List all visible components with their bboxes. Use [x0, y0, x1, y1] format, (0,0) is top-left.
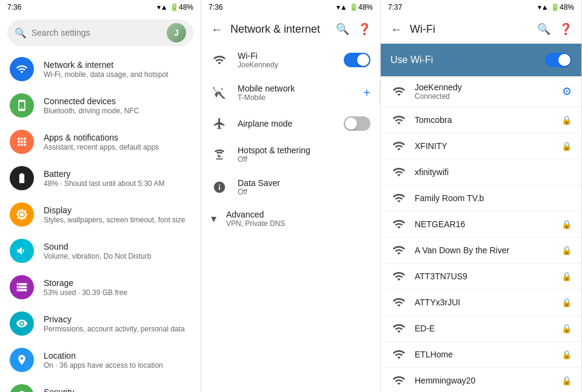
wifi-signal-icon-familyroom — [390, 191, 407, 205]
settings-item-connected-devices[interactable]: Connected devices Bluetooth, driving mod… — [0, 87, 201, 124]
settings-item-text-connected-devices: Connected devices Bluetooth, driving mod… — [44, 96, 139, 115]
network-item-subtitle-mobile: T-Mobile — [238, 93, 353, 102]
wifi-item-ede[interactable]: ED-E 🔒 — [381, 316, 581, 342]
search-bar[interactable]: 🔍 J — [7, 19, 193, 46]
network-item-mobile[interactable]: Mobile network T-Mobile + — [201, 76, 380, 109]
settings-icon-privacy — [10, 311, 34, 336]
wifi-signal-icon-etlhome — [390, 348, 407, 361]
back-button-3[interactable]: ← — [388, 22, 405, 36]
avatar[interactable]: J — [167, 23, 186, 42]
settings-item-text-security: Security Play Protect, screen lock, face… — [44, 387, 164, 393]
lock-icon-ede: 🔒 — [561, 324, 572, 333]
wifi-item-xfinity[interactable]: XFINITY 🔒 — [381, 133, 581, 159]
settings-item-apps[interactable]: Apps & notifications Assistant, recent a… — [0, 124, 201, 160]
wifi-item-text-hemmingway20: Hemmingway20 — [415, 376, 554, 385]
network-item-datasaver[interactable]: Data Saver Off — [201, 171, 380, 204]
settings-item-text-battery: Battery 48% · Should last until about 5:… — [44, 169, 164, 188]
settings-item-battery[interactable]: Battery 48% · Should last until about 5:… — [0, 160, 201, 196]
settings-item-text-apps: Apps & notifications Assistant, recent a… — [44, 133, 159, 151]
wifi-item-netgear16[interactable]: NETGEAR16 🔒 — [381, 211, 581, 238]
wifi-item-att3tn7us9[interactable]: ATT3TN7US9 🔒 — [381, 264, 581, 290]
header-icons-2: 🔍 ❓ — [334, 21, 373, 38]
wifi-item-text-etlhome: ETLHome — [415, 350, 554, 359]
network-title: Network & internet — [230, 23, 329, 36]
use-wifi-toggle[interactable] — [545, 53, 572, 67]
network-item-subtitle-advanced: VPN, Private DNS — [226, 219, 370, 228]
toggle-knob-airplane — [345, 118, 357, 130]
network-item-title-wifi: Wi-Fi — [238, 51, 334, 61]
network-item-wifi[interactable]: Wi-Fi JoeKennedy — [201, 44, 380, 76]
status-right-3: ▾▲ 🔋48% — [538, 3, 574, 12]
search-icon-header-3[interactable]: 🔍 — [535, 21, 552, 38]
settings-item-subtitle-battery: 48% · Should last until about 5:30 AM — [44, 179, 164, 188]
wifi-item-joekennedy[interactable]: JoeKennedy Connected ⚙ — [381, 76, 581, 107]
network-item-advanced[interactable]: ▾ Advanced VPN, Private DNS — [201, 204, 380, 234]
settings-item-title-storage: Storage — [44, 278, 127, 288]
wifi-signal-icon-att3tn7us9 — [390, 270, 407, 283]
settings-icon-display — [10, 202, 34, 227]
settings-item-network[interactable]: Network & internet Wi-Fi, mobile, data u… — [0, 51, 201, 87]
settings-item-security[interactable]: Security Play Protect, screen lock, face… — [0, 378, 201, 392]
wifi-item-attyx3rjui[interactable]: ATTYx3rJUI 🔒 — [381, 290, 581, 316]
network-item-text-mobile: Mobile network T-Mobile — [238, 84, 353, 102]
wifi-name-netgear16: NETGEAR16 — [415, 219, 554, 229]
network-item-airplane[interactable]: Airplane mode — [201, 109, 380, 138]
use-wifi-label: Use Wi-Fi — [390, 55, 545, 65]
search-input[interactable] — [32, 28, 162, 38]
toggle-airplane[interactable] — [344, 116, 370, 131]
search-icon-header-2[interactable]: 🔍 — [334, 21, 351, 38]
settings-item-text-network: Network & internet Wi-Fi, mobile, data u… — [44, 60, 168, 79]
wifi-item-text-att3tn7us9: ATT3TN7US9 — [415, 271, 554, 281]
settings-item-sound[interactable]: Sound Volume, vibration, Do Not Disturb — [0, 233, 201, 269]
network-item-subtitle-wifi: JoeKennedy — [238, 61, 334, 69]
network-item-text-advanced: Advanced VPN, Private DNS — [226, 210, 370, 228]
settings-item-title-privacy: Privacy — [44, 314, 185, 324]
use-wifi-bar[interactable]: Use Wi-Fi — [381, 44, 581, 76]
wifi-item-vandown[interactable]: A Van Down By the River 🔒 — [381, 238, 581, 264]
settings-icon-location — [10, 348, 34, 372]
gear-icon-joekennedy[interactable]: ⚙ — [562, 85, 572, 98]
wifi-name-xfinity: XFINITY — [415, 141, 554, 151]
wifi-item-text-familyroom: Family Room TV.b — [415, 193, 572, 203]
network-item-hotspot[interactable]: Hotspot & tethering Off — [201, 138, 380, 171]
toggle-wifi[interactable] — [344, 53, 370, 67]
wifi-panel: 7:37 ▾▲ 🔋48% ← Wi-Fi 🔍 ❓ Use Wi-Fi JoeKe… — [381, 0, 582, 392]
settings-icon-apps — [10, 130, 34, 154]
wifi-name-hemmingway20: Hemmingway20 — [415, 376, 554, 385]
plus-icon-mobile[interactable]: + — [363, 86, 370, 100]
settings-icon-sound — [10, 239, 34, 263]
wifi-name-familyroom: Family Room TV.b — [415, 193, 572, 203]
network-icon-mobile — [211, 86, 228, 99]
wifi-signal-icon-xfinitywifi — [390, 165, 407, 179]
settings-icon-network — [10, 57, 34, 81]
settings-item-display[interactable]: Display Styles, wallpapers, screen timeo… — [0, 196, 201, 233]
wifi-item-text-ede: ED-E — [415, 324, 554, 333]
wifi-item-text-tomcobra: Tomcobra — [415, 115, 554, 125]
wifi-name-vandown: A Van Down By the River — [415, 245, 554, 255]
settings-item-subtitle-privacy: Permissions, account activity, personal … — [44, 325, 185, 333]
wifi-item-familyroom[interactable]: Family Room TV.b — [381, 185, 581, 211]
wifi-item-hemmingway20[interactable]: Hemmingway20 🔒 — [381, 368, 581, 392]
settings-item-text-display: Display Styles, wallpapers, screen timeo… — [44, 205, 185, 224]
settings-list: Network & internet Wi-Fi, mobile, data u… — [0, 51, 201, 392]
settings-item-title-battery: Battery — [44, 169, 164, 179]
back-button-2[interactable]: ← — [209, 22, 226, 36]
wifi-title: Wi-Fi — [410, 23, 530, 36]
wifi-item-text-netgear16: NETGEAR16 — [415, 219, 554, 229]
network-icon-datasaver — [211, 181, 228, 194]
network-panel: 7:36 ▾▲ 🔋48% ← Network & internet 🔍 ❓ Wi… — [201, 0, 381, 392]
settings-icon-security — [10, 384, 34, 392]
status-icons-2: ▾▲ 🔋48% — [336, 3, 373, 12]
lock-icon-hemmingway20: 🔒 — [561, 376, 572, 385]
settings-item-storage[interactable]: Storage 53% used · 30.39 GB free — [0, 269, 201, 305]
help-icon-header-3[interactable]: ❓ — [557, 21, 574, 38]
settings-item-privacy[interactable]: Privacy Permissions, account activity, p… — [0, 305, 201, 342]
network-item-title-datasaver: Data Saver — [238, 178, 370, 188]
wifi-item-tomcobra[interactable]: Tomcobra 🔒 — [381, 107, 581, 133]
wifi-item-xfinitywifi[interactable]: xfinitywifi — [381, 159, 581, 185]
wifi-item-etlhome[interactable]: ETLHome 🔒 — [381, 342, 581, 368]
settings-item-location[interactable]: Location On · 36 apps have access to loc… — [0, 342, 201, 378]
network-item-text-wifi: Wi-Fi JoeKennedy — [238, 51, 334, 69]
wifi-signal-icon-ede — [390, 322, 407, 335]
help-icon-header-2[interactable]: ❓ — [356, 21, 373, 38]
